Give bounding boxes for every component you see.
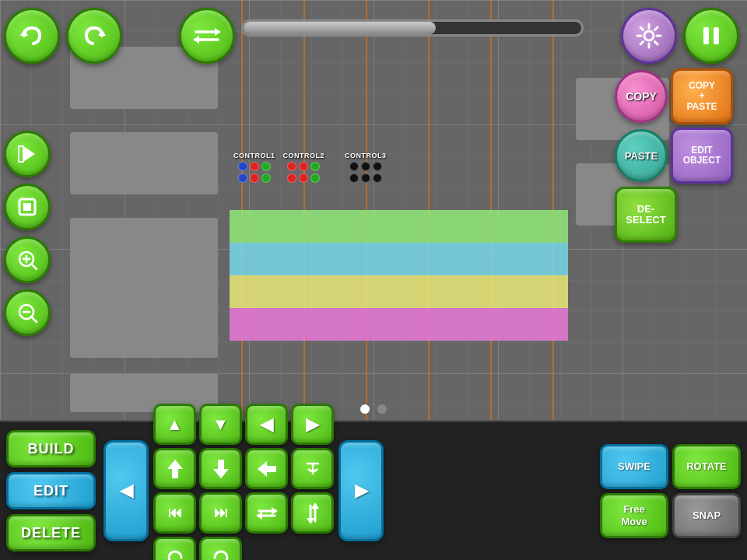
zoom-out-icon: [16, 301, 39, 324]
dot: [261, 173, 271, 183]
fast-forward-icon: ⏭: [214, 505, 228, 521]
dot: [310, 173, 320, 183]
zoom-in-icon: [16, 248, 39, 271]
svg-marker-31: [258, 461, 276, 477]
bottom-right-top-row: SWIPE ROTATE: [600, 444, 741, 489]
svg-line-11: [640, 27, 644, 30]
svg-marker-34: [272, 507, 278, 515]
flip-vert-icon: [302, 458, 324, 480]
move-right-button[interactable]: ▶: [291, 404, 334, 445]
fast-rewind-button[interactable]: ⏮: [153, 492, 196, 534]
flip-up-icon: [164, 458, 186, 480]
swap-vert-icon: [302, 502, 324, 524]
dot: [250, 173, 259, 183]
flip-horiz-button[interactable]: [245, 448, 288, 489]
free-move-button[interactable]: Free Move: [600, 493, 668, 538]
svg-line-13: [655, 27, 658, 30]
dot: [261, 162, 271, 171]
delete-mode-button[interactable]: DELETE: [6, 514, 96, 551]
free-move-label: Free Move: [621, 503, 647, 527]
rotate-ccw-icon: [164, 547, 186, 561]
flip-up-button[interactable]: [153, 448, 196, 489]
editor-area: CONTROL1 CONTROL2: [0, 0, 747, 420]
up-arrow-icon: ▲: [167, 415, 184, 435]
swap-horiz-button[interactable]: [245, 492, 288, 534]
move-left-button[interactable]: ◀: [245, 404, 288, 445]
svg-marker-35: [256, 512, 262, 520]
svg-marker-37: [311, 502, 319, 509]
dot: [361, 162, 370, 171]
page-dot-2[interactable]: [377, 404, 387, 414]
scroll-right-button[interactable]: ▶: [338, 440, 384, 541]
zoom-out-button[interactable]: [4, 289, 51, 336]
deselect-label: DE- SELECT: [626, 204, 665, 226]
dot: [238, 173, 247, 183]
settings-icon: [634, 21, 664, 51]
swipe-button[interactable]: SWIPE: [600, 444, 668, 489]
music-icon: [16, 142, 39, 166]
controls-area: CONTROL1 CONTROL2: [233, 152, 387, 183]
snap-button[interactable]: SNAP: [672, 493, 741, 538]
svg-rect-16: [714, 27, 719, 44]
dot: [287, 173, 296, 183]
copy-paste-button[interactable]: COPY + PASTE: [671, 68, 733, 124]
deselect-button[interactable]: DE- SELECT: [615, 187, 677, 243]
copy-button[interactable]: COPY: [615, 70, 668, 123]
scroll-left-button[interactable]: ◀: [103, 440, 149, 541]
svg-line-24: [31, 264, 37, 269]
svg-marker-29: [169, 460, 181, 467]
control-2-label: CONTROL2: [283, 152, 325, 159]
dot: [373, 173, 382, 183]
page-dot-1[interactable]: [360, 404, 370, 414]
yellow-band: [230, 275, 568, 308]
redo-button[interactable]: [66, 8, 122, 64]
swap-button[interactable]: [179, 8, 235, 64]
music-button[interactable]: [4, 131, 51, 177]
zoom-in-button[interactable]: [4, 236, 51, 283]
fast-rewind-icon: ⏮: [168, 505, 182, 521]
svg-marker-5: [193, 36, 199, 44]
edit-mode-button[interactable]: EDIT: [6, 472, 96, 509]
svg-line-14: [640, 42, 644, 45]
left-sidebar: [4, 4, 51, 336]
edit-object-button[interactable]: EDIT OBJECT: [671, 128, 733, 184]
page-dots: [360, 404, 387, 414]
left-arrow-icon: ◀: [120, 481, 133, 501]
pink-band: [230, 308, 568, 341]
rotate-button[interactable]: ROTATE: [672, 444, 741, 489]
swap-horiz-icon: [256, 502, 278, 524]
control-1-label: CONTROL1: [233, 152, 275, 159]
right-panel: COPY COPY + PASTE PASTE EDIT OBJECT DE- …: [615, 68, 743, 243]
settings-button[interactable]: [621, 8, 677, 64]
dot: [349, 173, 359, 183]
svg-marker-4: [215, 28, 221, 36]
svg-marker-18: [19, 146, 23, 162]
flip-down-button[interactable]: [199, 448, 242, 489]
paste-label: PASTE: [625, 150, 658, 162]
swap-vert-button[interactable]: [291, 492, 334, 534]
fast-forward-button[interactable]: ⏭: [199, 492, 242, 534]
green-band: [230, 210, 568, 243]
down-arrow-icon: ▼: [212, 415, 230, 435]
cyan-band: [230, 243, 568, 275]
move-up-button[interactable]: ▲: [153, 404, 196, 445]
paste-button[interactable]: PASTE: [615, 129, 668, 182]
object-button[interactable]: [4, 184, 51, 230]
pause-button[interactable]: [683, 8, 739, 64]
bottom-right-panel: SWIPE ROTATE Free Move SNAP: [600, 444, 741, 538]
dot: [349, 162, 359, 171]
rotate-ccw-button[interactable]: [153, 537, 196, 560]
build-mode-button[interactable]: BUILD: [6, 430, 96, 467]
svg-line-12: [655, 42, 658, 45]
move-down-button[interactable]: ▼: [199, 404, 242, 445]
dot: [361, 173, 370, 183]
dot: [299, 162, 308, 171]
rotate-cw-button[interactable]: [199, 537, 242, 560]
flip-vert-button[interactable]: [291, 448, 334, 489]
edit-object-label: EDIT OBJECT: [683, 145, 721, 166]
progress-fill: [244, 22, 436, 34]
arrow-grid: ▲ ▼ ◀ ▶: [153, 404, 334, 560]
svg-line-27: [31, 317, 37, 322]
control-3-label: CONTROL3: [345, 152, 387, 159]
svg-rect-15: [703, 27, 709, 44]
